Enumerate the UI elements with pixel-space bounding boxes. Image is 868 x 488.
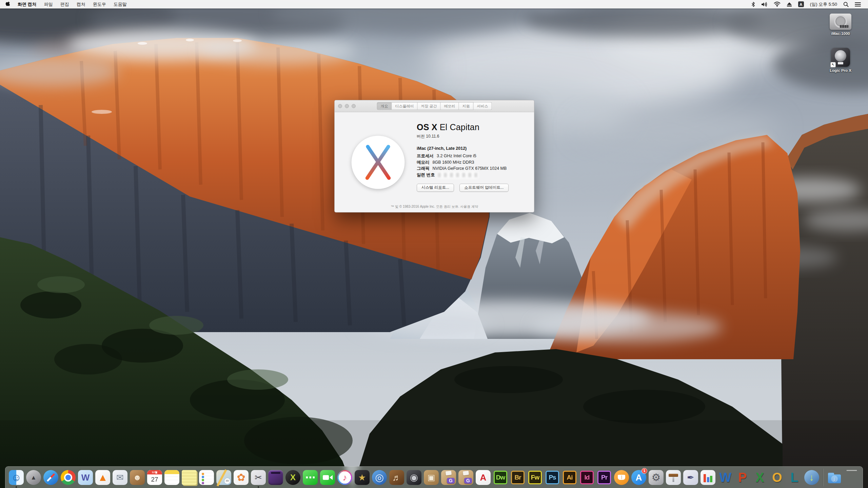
tab-displays[interactable]: 디스플레이 [392,102,417,110]
dock-item-mplayerx[interactable]: X [285,469,301,486]
dock-item-illustrator[interactable]: Ai [562,469,577,486]
dock-item-notes[interactable] [164,469,180,486]
menubar-menu-help[interactable]: 도움말 [110,0,131,8]
dock-item-excel[interactable]: X [752,469,768,486]
dock-item-dreamweaver[interactable]: Dw [493,469,508,486]
tab-memory[interactable]: 메모리 [441,102,459,110]
tab-service[interactable]: 서비스 [474,102,492,110]
dock-item-premiere[interactable]: Pr [596,469,612,486]
dock-item-screen-capture[interactable]: ✂ [251,469,266,486]
excel-glyph: X [755,471,764,484]
dock-item-web-downloader[interactable]: ↓ [804,469,820,486]
software-update-button[interactable]: 소프트웨어 업데이트... [459,184,508,192]
dock-item-fireworks[interactable]: Fw [527,469,543,486]
dock-item-keynote[interactable] [666,469,681,486]
spec-label: 그래픽 [417,166,430,171]
dock-item-toast[interactable] [268,469,283,486]
dock-item-reminders[interactable] [199,469,214,486]
dock-item-maps[interactable]: 3D [216,469,232,486]
spec-serial-number: 일련 번호 [417,172,526,178]
facetime-icon [320,470,335,485]
dock-item-trash[interactable] [844,469,860,486]
office-chart-icon [701,470,715,485]
menubar-menu-edit[interactable]: 편집 [57,0,73,8]
dock-item-powerpoint[interactable]: P [735,469,750,486]
dock-item-messages[interactable]: ⋯ [302,469,318,486]
close-button[interactable] [338,104,342,108]
input-source-menu[interactable]: A [795,0,807,8]
tab-overview[interactable]: 개요 [377,102,392,110]
dock-item-app-store[interactable]: A1 [631,469,647,486]
dock-item-photo-collage[interactable]: ▣ [423,469,439,486]
dock-item-gui-tar-compress[interactable]: G [441,469,456,486]
wifi-icon[interactable] [771,0,784,8]
keynote-icon [666,470,681,485]
dock-item-lync[interactable]: L [787,469,802,486]
menubar-menu-capture[interactable]: 캡처 [73,0,89,8]
dock-item-chrome[interactable] [60,469,76,486]
itunes-glyph: ♪ [343,473,347,482]
illustrator-icon: Ai [563,471,576,484]
dock-item-finder[interactable]: ☺ [8,469,24,486]
eject-icon[interactable] [784,0,795,8]
notification-center-icon[interactable] [852,0,864,8]
dock-item-contacts[interactable]: ☻ [130,469,145,486]
spec-memory: 메모리8GB 1600 MHz DDR3 [417,159,526,166]
dock-item-vlc[interactable]: ▲ [95,469,111,486]
dock-item-dvd-player[interactable]: ◎ [372,469,387,486]
dock-item-safari[interactable] [43,469,59,486]
menubar-menu-file[interactable]: 파일 [40,0,57,8]
dock-item-launchpad[interactable]: ▲ [26,469,41,486]
premiere-icon: Pr [597,471,611,484]
dock-item-stickies[interactable] [181,469,197,486]
spotlight-icon[interactable] [840,0,852,8]
running-indicator [16,486,17,488]
dock-item-system-preferences[interactable]: ⚙ [648,469,664,486]
dock-item-outlook[interactable]: O [769,469,785,486]
menubar-menu-window[interactable]: 윈도우 [89,0,110,8]
dock-item-imovie[interactable]: ★ [354,469,370,486]
dock-item-acrobat-reader[interactable]: A [475,469,491,486]
about-overview-pane: OS X El Capitan 버전 10.11.6 iMac (27-inch… [335,112,534,192]
window-titlebar[interactable]: 개요디스플레이저장 공간메모리지원서비스 [335,100,534,112]
office-chart-glyph [707,477,709,482]
zoom-button[interactable] [352,104,356,108]
volume-icon[interactable] [758,0,771,8]
web-downloader-icon: ↓ [804,470,819,485]
system-report-button[interactable]: 시스템 리포트... [417,184,454,192]
illustrator-glyph: Ai [567,474,573,481]
dock-item-facetime[interactable] [320,469,335,486]
menubar-menu-app[interactable]: 화면 캡처 [14,0,40,8]
dock-item-photos[interactable]: ✿ [233,469,249,486]
photoshop-icon: Ps [546,471,559,484]
dock-item-photoshop[interactable]: Ps [545,469,560,486]
dock-item-garageband[interactable]: ♬ [389,469,405,486]
dock-item-scrivener[interactable]: ✒ [683,469,698,486]
apple-menu[interactable] [0,0,14,8]
dock-item-logic-pro-x[interactable]: ◉ [406,469,422,486]
dock-item-gui-tar-expand[interactable]: G [458,469,474,486]
app-store-glyph: A [636,473,642,482]
dock-item-indesign[interactable]: Id [579,469,595,486]
tab-storage[interactable]: 저장 공간 [417,102,440,110]
spec-label: 메모리 [417,160,430,165]
desktop-icon-logic-pro-x[interactable]: ↖ Logic Pro X [822,48,859,73]
dock-item-downloads-folder[interactable]: ↓ [827,469,842,486]
web-downloader-glyph: ↓ [809,473,814,482]
acrobat-reader-icon: A [476,470,491,485]
menubar-clock[interactable]: (일) 오후 5:50 [807,1,840,7]
dock-item-office-chart[interactable] [700,469,716,486]
powerpoint-glyph: P [738,471,747,484]
dock-item-calendar[interactable]: 2712월 [147,469,162,486]
dock-item-word[interactable]: W [717,469,733,486]
dock-item-ibooks[interactable] [614,469,629,486]
dock-item-itunes[interactable]: ♪ [337,469,353,486]
bluetooth-icon[interactable] [748,0,758,8]
desktop-icon-imac-1000[interactable]: iMac-1000 [822,14,859,36]
tab-support[interactable]: 지원 [459,102,474,110]
minimize-button[interactable] [345,104,349,108]
dock-item-mail[interactable]: ✉ [112,469,128,486]
dock-item-bridge[interactable]: Br [510,469,526,486]
indesign-icon: Id [580,471,594,484]
dock-item-whale-browser[interactable]: W [78,469,93,486]
